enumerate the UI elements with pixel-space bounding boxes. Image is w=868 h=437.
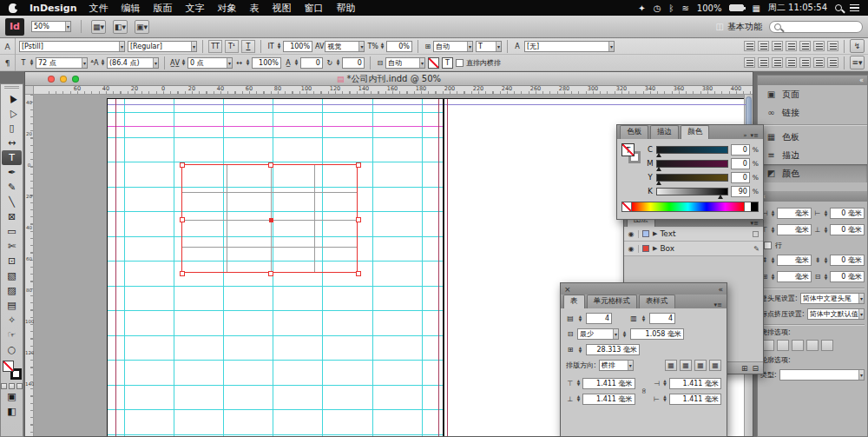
- kinsoku-select[interactable]: 简体中文避头尾▾: [800, 293, 865, 304]
- vertical-scale-field[interactable]: 100%: [283, 41, 312, 52]
- apple-menu-icon[interactable]: [9, 3, 17, 13]
- frame-center-point[interactable]: [269, 218, 273, 222]
- baseline-shift-stepper[interactable]: [293, 57, 299, 69]
- tracking-stepper[interactable]: [181, 57, 187, 69]
- dock-item-pages[interactable]: ▣页面: [758, 85, 867, 103]
- expand-layer-icon[interactable]: ▶: [653, 245, 657, 252]
- menu-item-2[interactable]: 版面: [154, 2, 173, 15]
- text-fill-swatch[interactable]: T: [621, 143, 635, 156]
- ruler-guide-horizontal[interactable]: [108, 112, 443, 113]
- mojikumi-select[interactable]: 简体中文默认值▾: [807, 308, 865, 320]
- table-panel-menu-icon[interactable]: ▾≡: [714, 301, 722, 308]
- note-tool[interactable]: ▤: [2, 298, 22, 313]
- row-height-stepper[interactable]: [621, 328, 628, 340]
- quick-apply-button[interactable]: ↯: [850, 39, 865, 53]
- hand-tool[interactable]: ☞: [2, 328, 22, 342]
- new-layer-button[interactable]: ⊞: [741, 364, 748, 373]
- pencil-tool[interactable]: ✎: [2, 180, 22, 195]
- direct-selection-tool[interactable]: ▷: [2, 106, 22, 121]
- ruler-guide-horizontal[interactable]: [108, 385, 443, 386]
- yellow-slider[interactable]: [656, 174, 728, 182]
- black-slider[interactable]: [656, 188, 728, 195]
- grid-align-select[interactable]: 自动▾: [433, 41, 473, 52]
- align-justify-button[interactable]: ▦: [709, 360, 721, 371]
- row-height-field[interactable]: 1.058 毫米: [630, 328, 684, 340]
- columns-stepper[interactable]: [641, 313, 647, 324]
- swap-fill-stroke-button[interactable]: [9, 383, 15, 389]
- yellow-slider-thumb[interactable]: [656, 181, 661, 185]
- horizontal-scale-field[interactable]: 100%: [252, 57, 281, 69]
- tab-table-styles[interactable]: 表样式: [639, 295, 675, 308]
- chain-link-icon[interactable]: ∞: [640, 384, 648, 398]
- zoom-level-select[interactable]: 50%▾: [31, 21, 71, 32]
- para-align-bottom-button[interactable]: [772, 57, 783, 68]
- expand-layer-icon[interactable]: ▶: [653, 230, 657, 237]
- column-width-stepper[interactable]: [577, 344, 583, 355]
- tab-table[interactable]: 表: [563, 295, 585, 308]
- spectrum-bar[interactable]: [632, 202, 744, 211]
- bluetooth-icon[interactable]: ᛒ: [668, 3, 674, 13]
- align-top-button[interactable]: ▦: [665, 360, 677, 371]
- menu-item-1[interactable]: 编辑: [122, 2, 141, 15]
- justify-right-button[interactable]: [813, 41, 825, 51]
- leading-stepper[interactable]: [100, 57, 106, 69]
- selection-handle[interactable]: [180, 271, 185, 276]
- wifi-icon[interactable]: ≋: [681, 3, 688, 13]
- selection-handle[interactable]: [268, 271, 273, 276]
- ruler-guide-magenta[interactable]: [108, 126, 443, 127]
- contour-type-select[interactable]: ▾: [779, 369, 865, 381]
- selection-handle[interactable]: [180, 217, 185, 222]
- app-menu[interactable]: InDesign: [30, 3, 77, 14]
- search-input[interactable]: [784, 23, 853, 30]
- ruler-guide-horizontal[interactable]: [108, 286, 443, 287]
- notification-icon[interactable]: ✦: [638, 3, 645, 13]
- ruler-guide-violet[interactable]: [108, 104, 746, 105]
- selection-tool[interactable]: ▶: [2, 91, 22, 106]
- menu-item-4[interactable]: 对象: [218, 2, 237, 15]
- character-style-select[interactable]: [无]▾: [524, 41, 615, 52]
- grid-align-select-2[interactable]: 自动▾: [385, 57, 425, 69]
- tab-color[interactable]: 颜色: [681, 125, 709, 139]
- indesign-logo[interactable]: Id: [5, 18, 24, 36]
- screen-mode-button[interactable]: ◧▾: [113, 20, 128, 34]
- fill-swatch[interactable]: [3, 361, 14, 372]
- tools-panel-grip[interactable]: [4, 86, 19, 89]
- column-width-field[interactable]: 28.313 毫米: [586, 344, 640, 355]
- para-align-center-button[interactable]: [758, 57, 769, 68]
- drop-cap-button[interactable]: [827, 57, 838, 68]
- para-justify-button[interactable]: [786, 57, 797, 68]
- align-center-button[interactable]: ▦: [680, 360, 692, 371]
- character-rotation-stepper[interactable]: [335, 57, 341, 69]
- ruler-guide-horizontal[interactable]: [108, 137, 443, 138]
- battery-icon[interactable]: [729, 4, 744, 11]
- leading-select[interactable]: (86.4 点)▾: [107, 57, 159, 69]
- tab-stroke[interactable]: 描边: [650, 125, 679, 139]
- text-fill-stroke-proxy[interactable]: T: [621, 143, 642, 168]
- black-slider-thumb[interactable]: [718, 195, 723, 199]
- collapse-dock-icon[interactable]: «: [859, 76, 864, 84]
- page-tool[interactable]: ▯: [2, 121, 22, 136]
- wrap-bounding-box-button[interactable]: [777, 340, 789, 351]
- eyedropper-tool[interactable]: ✧: [2, 313, 22, 328]
- magenta-slider[interactable]: [656, 160, 728, 168]
- notification-center-icon[interactable]: [850, 4, 859, 12]
- rectangle-tool[interactable]: ▭: [2, 224, 22, 239]
- table-frame[interactable]: [181, 164, 358, 273]
- para-align-top-button[interactable]: [744, 57, 755, 68]
- dock-item-stroke[interactable]: ≡描边: [758, 146, 867, 164]
- gradient-feather-tool[interactable]: ▨: [2, 283, 22, 298]
- menu-item-6[interactable]: 视图: [273, 2, 292, 15]
- dock-item-swatches[interactable]: ▦色板: [758, 128, 867, 146]
- close-panel-icon[interactable]: ×: [564, 285, 571, 294]
- color-spectrum-ramp[interactable]: [621, 202, 759, 212]
- grid-row-checkbox[interactable]: [764, 242, 772, 249]
- vertical-ruler[interactable]: 4020020406080100120140: [25, 95, 34, 436]
- ruler-origin-corner[interactable]: [25, 86, 34, 95]
- delete-layer-button[interactable]: ⊟: [752, 364, 759, 373]
- frame-tool[interactable]: ⊠: [2, 209, 22, 224]
- none-swatch[interactable]: [622, 202, 632, 211]
- justify-center-button[interactable]: [799, 41, 811, 51]
- horizontal-ruler[interactable]: 6040200204060801001201401601802002202402…: [34, 86, 753, 95]
- kerning-select[interactable]: 视觉▾: [325, 41, 365, 52]
- inset-top-field[interactable]: 1.411 毫米: [582, 378, 635, 389]
